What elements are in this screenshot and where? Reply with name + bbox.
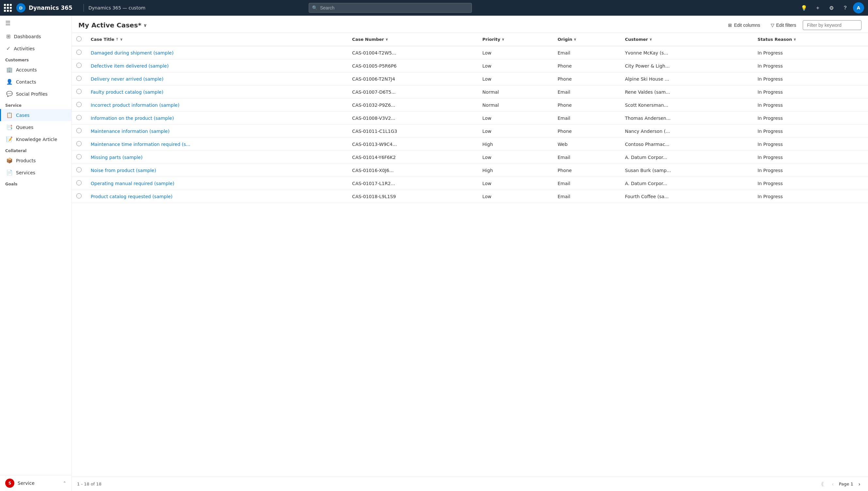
table-row[interactable]: Operating manual required (sample) CAS-0… [72, 177, 868, 190]
col-customer-dropdown-icon[interactable]: ∨ [649, 37, 652, 41]
cell-origin: Email [553, 177, 620, 190]
sidebar-item-dashboards[interactable]: ⊞ Dashboards [0, 30, 71, 42]
table-row[interactable]: Incorrect product information (sample) C… [72, 98, 868, 112]
row-checkbox-cell[interactable] [72, 151, 86, 164]
sidebar-item-products[interactable]: 📦 Products [0, 154, 71, 167]
row-checkbox-cell[interactable] [72, 46, 86, 59]
row-checkbox[interactable] [77, 102, 82, 107]
add-button[interactable]: ＋ [812, 2, 824, 14]
row-checkbox-cell[interactable] [72, 59, 86, 73]
table-row[interactable]: Missing parts (sample) CAS-01014-Y6F6K2 … [72, 151, 868, 164]
sidebar-bottom-item[interactable]: S Service ⌃ [0, 475, 71, 491]
cell-case-title: Incorrect product information (sample) [86, 98, 348, 112]
help-lightbulb-button[interactable]: 💡 [798, 2, 810, 14]
pagination-info: 1 - 18 of 18 [77, 482, 101, 486]
app-launcher-button[interactable] [4, 4, 12, 12]
table-row[interactable]: Delivery never arrived (sample) CAS-0100… [72, 73, 868, 86]
row-checkbox[interactable] [77, 154, 82, 159]
col-customer[interactable]: Customer ∨ [620, 33, 753, 46]
cell-status-reason: In Progress [753, 59, 868, 73]
question-button[interactable]: ？ [839, 2, 851, 14]
col-status-reason-dropdown-icon[interactable]: ∨ [793, 37, 796, 41]
cell-customer: Susan Burk (samp... [620, 164, 753, 177]
row-checkbox-cell[interactable] [72, 138, 86, 151]
row-checkbox[interactable] [77, 115, 82, 120]
cell-origin: Email [553, 151, 620, 164]
edit-filters-button[interactable]: ▽ Edit filters [767, 21, 800, 30]
row-checkbox[interactable] [77, 76, 82, 81]
prev-page-button[interactable]: ‹ [829, 480, 836, 488]
cell-priority: Low [478, 59, 553, 73]
col-origin[interactable]: Origin ∨ [553, 33, 620, 46]
sidebar-item-cases[interactable]: 📋 Cases [0, 109, 71, 121]
sidebar-item-activities[interactable]: ✓ Activities [0, 42, 71, 55]
search-input[interactable] [309, 3, 472, 13]
next-page-button[interactable]: › [856, 480, 863, 488]
sidebar-toggle-button[interactable]: ☰ [0, 16, 71, 30]
cell-priority: High [478, 164, 553, 177]
sidebar-item-accounts[interactable]: 🏢 Accounts [0, 64, 71, 76]
knowledge-article-icon: 📝 [6, 136, 13, 142]
sidebar-item-services[interactable]: 📄 Services [0, 167, 71, 179]
table-row[interactable]: Noise from product (sample) CAS-01016-X0… [72, 164, 868, 177]
sort-asc-icon: ↑ [116, 37, 118, 41]
col-dropdown-icon[interactable]: ∨ [120, 37, 123, 41]
cell-case-number: CAS-01014-Y6F6K2 [348, 151, 478, 164]
row-checkbox[interactable] [77, 180, 82, 185]
table-row[interactable]: Product catalog requested (sample) CAS-0… [72, 190, 868, 203]
table-row[interactable]: Defective item delivered (sample) CAS-01… [72, 59, 868, 73]
cell-case-number: CAS-01018-L9L1S9 [348, 190, 478, 203]
row-checkbox-cell[interactable] [72, 190, 86, 203]
row-checkbox-cell[interactable] [72, 86, 86, 98]
row-checkbox-cell[interactable] [72, 177, 86, 190]
cell-status-reason: In Progress [753, 73, 868, 86]
sidebar-item-knowledge-article[interactable]: 📝 Knowledge Article [0, 133, 71, 145]
sidebar-item-label: Activities [14, 46, 35, 51]
col-priority-dropdown-icon[interactable]: ∨ [502, 37, 505, 41]
sidebar-item-label: Cases [16, 113, 30, 118]
table-row[interactable]: Damaged during shipment (sample) CAS-010… [72, 46, 868, 59]
row-checkbox-cell[interactable] [72, 164, 86, 177]
row-checkbox[interactable] [77, 141, 82, 146]
dashboards-icon: ⊞ [6, 33, 10, 39]
avatar[interactable]: A [853, 2, 864, 13]
sidebar-item-contacts[interactable]: 👤 Contacts [0, 76, 71, 88]
row-checkbox[interactable] [77, 89, 82, 94]
cell-customer: Fourth Coffee (sa... [620, 190, 753, 203]
table-row[interactable]: Faulty product catalog (sample) CAS-0100… [72, 86, 868, 98]
row-checkbox-cell[interactable] [72, 98, 86, 112]
col-origin-dropdown-icon[interactable]: ∨ [574, 37, 577, 41]
view-title-chevron-icon[interactable]: ∨ [143, 23, 147, 28]
row-checkbox-cell[interactable] [72, 73, 86, 86]
row-checkbox[interactable] [77, 50, 82, 55]
row-checkbox[interactable] [77, 63, 82, 68]
col-priority[interactable]: Priority ∨ [478, 33, 553, 46]
sidebar-item-queues[interactable]: 📑 Queues [0, 121, 71, 133]
col-status-reason[interactable]: Status Reason ∨ [753, 33, 868, 46]
sidebar-item-social-profiles[interactable]: 💬 Social Profiles [0, 88, 71, 100]
col-case-number[interactable]: Case Number ∨ [348, 33, 478, 46]
edit-columns-button[interactable]: ⊞ Edit columns [724, 21, 764, 30]
col-case-number-dropdown-icon[interactable]: ∨ [385, 37, 388, 41]
table-row[interactable]: Maintenance information (sample) CAS-010… [72, 125, 868, 138]
table-row[interactable]: Information on the product (sample) CAS-… [72, 112, 868, 125]
row-checkbox-cell[interactable] [72, 112, 86, 125]
row-checkbox[interactable] [77, 193, 82, 199]
cell-origin: Phone [553, 98, 620, 112]
row-checkbox-cell[interactable] [72, 125, 86, 138]
table-row[interactable]: Maintenance time information required (s… [72, 138, 868, 151]
cell-customer: City Power & Ligh... [620, 59, 753, 73]
cell-status-reason: In Progress [753, 151, 868, 164]
row-checkbox[interactable] [77, 167, 82, 172]
select-all-col[interactable] [72, 33, 86, 46]
settings-button[interactable]: ⚙ [826, 2, 837, 14]
select-all-checkbox[interactable] [77, 36, 82, 41]
row-checkbox[interactable] [77, 128, 82, 133]
col-case-title[interactable]: Case Title ↑ ∨ [86, 33, 348, 46]
cell-origin: Email [553, 86, 620, 98]
col-priority-label: Priority [482, 37, 500, 42]
content-header-top: My Active Cases* ∨ ⊞ Edit columns ▽ Edit… [78, 20, 862, 30]
filter-keyword-input[interactable] [803, 20, 862, 30]
first-page-button[interactable]: ⟪ [818, 480, 827, 488]
app-name: Dynamics 365 — custom [88, 5, 146, 10]
